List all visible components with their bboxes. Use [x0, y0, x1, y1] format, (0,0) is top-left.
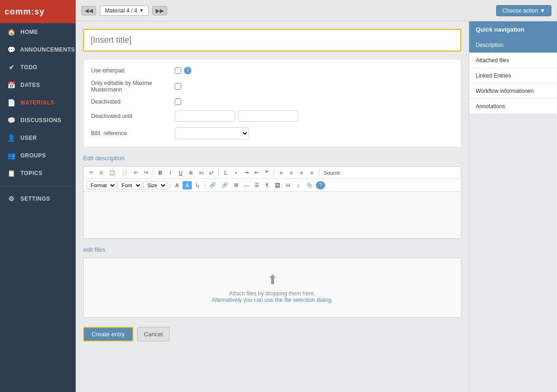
- toolbar-align-right[interactable]: ≡: [297, 169, 306, 177]
- edit-description-title: Edit description: [83, 155, 461, 162]
- toolbar-sub[interactable]: x₂: [197, 168, 206, 177]
- create-entry-button[interactable]: Create entry: [83, 327, 133, 341]
- toolbar-undo[interactable]: ↩: [131, 168, 140, 177]
- toolbar-paste-text[interactable]: 📄: [119, 168, 130, 177]
- toolbar-align-center[interactable]: ≡: [287, 169, 296, 177]
- toolbar-sup[interactable]: x²: [207, 169, 216, 177]
- toolbar-paste[interactable]: 📋: [107, 168, 118, 177]
- toolbar-clear-format[interactable]: Ix: [193, 180, 202, 190]
- use-etherpad-checkbox[interactable]: [175, 67, 181, 74]
- sidebar-item-label-groups: GROUPS: [20, 152, 46, 159]
- toolbar-format-select[interactable]: Format: [86, 181, 117, 189]
- editor-toolbar-row2: Format Font Size A A Ix 🔗 🔗 ⊞ — ☰ ¶: [84, 179, 461, 192]
- edit-files-section: edit files ⬆ Attach files by dropping th…: [83, 246, 461, 318]
- toolbar-strike[interactable]: S: [186, 169, 196, 177]
- toolbar-unlink[interactable]: 🔗: [219, 181, 230, 189]
- only-editable-label: Only editable by Maxime Mustermann: [91, 80, 175, 93]
- sidebar-item-groups[interactable]: 👥GROUPS: [0, 147, 76, 164]
- quick-nav-item[interactable]: Workflow informationen: [469, 84, 557, 99]
- discussions-icon: 💬: [7, 116, 16, 124]
- drop-text: Attach files by dropping them here.: [93, 290, 452, 297]
- bibl-reference-row: Bibl. reference: [91, 127, 453, 139]
- use-etherpad-row: Use etherpad ?: [91, 67, 453, 74]
- toolbar-source[interactable]: Source: [321, 169, 342, 177]
- toolbar-attachment[interactable]: 📎: [304, 181, 315, 189]
- toolbar-paragraph[interactable]: ¶: [262, 181, 272, 189]
- toolbar-image[interactable]: 🖼: [273, 181, 282, 189]
- toolbar-special[interactable]: ☰: [252, 181, 262, 189]
- sidebar-item-discussions[interactable]: 💬DISCUSSIONS: [0, 111, 76, 129]
- nav-items: 🏠HOME💬ANNOUNCEMENTS✔TODO📅DATES📄MATERIALS…: [0, 23, 76, 208]
- form-area: Use etherpad ? Only editable by Maxime M…: [76, 21, 469, 392]
- toolbar-outdent[interactable]: ⇤: [252, 168, 261, 177]
- toolbar-size-select[interactable]: Size: [143, 181, 167, 189]
- toolbar-ol[interactable]: 1.: [221, 169, 230, 177]
- prev-button[interactable]: ◀◀: [81, 6, 96, 15]
- only-editable-checkbox[interactable]: [175, 83, 181, 90]
- sidebar-item-label-user: USER: [20, 135, 37, 141]
- edit-description-section: Edit description ✂ ⎘ 📋 📄 ↩ ↪ B I U: [83, 155, 461, 239]
- sidebar-item-dates[interactable]: 📅DATES: [0, 76, 76, 94]
- help-icon[interactable]: ?: [184, 67, 191, 74]
- toolbar-align-justify[interactable]: ≡: [307, 169, 316, 177]
- toolbar-link[interactable]: 🔗: [207, 181, 218, 189]
- quick-nav-item[interactable]: Linked Entries: [469, 68, 557, 84]
- sidebar-item-user[interactable]: 👤USER: [0, 129, 76, 147]
- file-drop-zone[interactable]: ⬆ Attach files by dropping them here. Al…: [83, 258, 461, 318]
- toolbar-hr[interactable]: —: [242, 181, 251, 189]
- toolbar-bg-color[interactable]: A: [183, 181, 192, 189]
- edit-files-title: edit files: [83, 246, 461, 253]
- form-actions: Create entry Cancel: [83, 327, 461, 341]
- toolbar-cut[interactable]: ✂: [86, 168, 96, 177]
- bibl-reference-input-wrap: [175, 127, 249, 139]
- toolbar-align-left[interactable]: ≡: [276, 169, 286, 177]
- sidebar-item-topics[interactable]: 📋TOPICS: [0, 164, 76, 182]
- material-badge-text: Material 4 / 4: [105, 7, 137, 14]
- toolbar-font-select[interactable]: Font: [118, 181, 142, 189]
- quick-nav-item[interactable]: Attached files: [469, 53, 557, 68]
- groups-icon: 👥: [7, 151, 16, 160]
- sidebar-item-label-materials: MATERIALS: [20, 99, 55, 106]
- toolbar-indent[interactable]: ⇥: [242, 168, 251, 177]
- toolbar-iframe[interactable]: H: [283, 181, 293, 189]
- logo: comm:sy: [0, 0, 76, 23]
- sidebar-item-home[interactable]: 🏠HOME: [0, 23, 76, 41]
- sidebar-item-announcements[interactable]: 💬ANNOUNCEMENTS: [0, 41, 76, 59]
- bibl-reference-select[interactable]: [175, 127, 249, 139]
- editor-body[interactable]: [84, 192, 461, 238]
- quick-nav-title: Quick navigation: [469, 21, 557, 38]
- topbar: ◀◀ Material 4 / 4 ▼ ▶▶ Choose action ▼: [76, 0, 557, 21]
- sidebar-item-settings[interactable]: ⚙SETTINGS: [0, 190, 76, 208]
- toolbar-underline[interactable]: U: [176, 169, 185, 177]
- toolbar-table[interactable]: ⊞: [231, 181, 241, 189]
- toolbar-font-color[interactable]: A: [172, 181, 182, 189]
- deactivated-checkbox[interactable]: [175, 98, 181, 105]
- toolbar-copy[interactable]: ⎘: [97, 169, 106, 177]
- quick-nav-item[interactable]: Description: [469, 38, 557, 53]
- file-dialog-link[interactable]: Alternatively you can use the file selec…: [211, 297, 333, 303]
- toolbar-bold[interactable]: B: [156, 169, 165, 177]
- deactivated-row: Deactivated: [91, 98, 453, 105]
- main-area: ◀◀ Material 4 / 4 ▼ ▶▶ Choose action ▼ U…: [76, 0, 557, 392]
- toolbar-help[interactable]: ?: [316, 181, 325, 189]
- content-area: Use etherpad ? Only editable by Maxime M…: [76, 21, 557, 392]
- sidebar-item-label-todo: TODO: [20, 64, 37, 71]
- deactivated-until-input-wrap: [175, 111, 298, 122]
- toolbar-divider-6: [204, 181, 205, 189]
- toolbar-audio[interactable]: ♪: [294, 181, 303, 189]
- toolbar-ul[interactable]: •: [231, 169, 241, 177]
- title-input[interactable]: [83, 29, 461, 52]
- material-badge: Material 4 / 4 ▼: [100, 6, 149, 16]
- toolbar-blockquote[interactable]: ❝: [262, 168, 271, 177]
- only-editable-row: Only editable by Maxime Mustermann: [91, 80, 453, 93]
- choose-action-button[interactable]: Choose action ▼: [496, 5, 551, 16]
- deactivated-until-date-input[interactable]: [175, 111, 235, 122]
- sidebar-item-todo[interactable]: ✔TODO: [0, 59, 76, 76]
- cancel-button[interactable]: Cancel: [137, 327, 170, 341]
- next-button[interactable]: ▶▶: [152, 6, 167, 15]
- deactivated-until-time-input[interactable]: [238, 111, 298, 122]
- toolbar-italic[interactable]: I: [166, 169, 175, 177]
- sidebar-item-materials[interactable]: 📄MATERIALS: [0, 94, 76, 111]
- quick-nav-item[interactable]: Annotations: [469, 99, 557, 114]
- toolbar-redo[interactable]: ↪: [141, 168, 151, 177]
